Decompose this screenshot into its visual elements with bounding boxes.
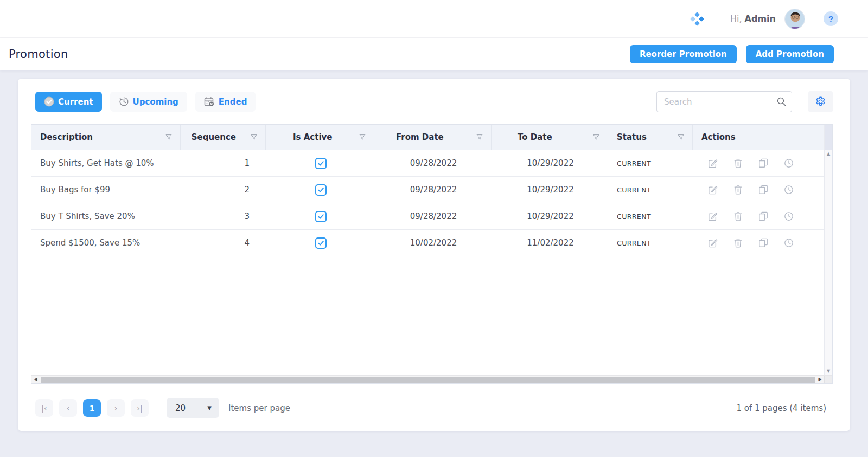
edit-button[interactable] xyxy=(708,185,718,195)
items-per-page-label: Items per page xyxy=(228,403,290,413)
is-active-checkbox[interactable] xyxy=(315,211,327,222)
clock-icon xyxy=(784,185,794,195)
previous-page-button[interactable]: ‹ xyxy=(59,399,77,417)
column-label: Status xyxy=(617,132,647,142)
history-button[interactable] xyxy=(784,211,794,221)
cell-to-date: 10/29/2022 xyxy=(492,203,608,229)
check-circle-icon xyxy=(44,96,54,107)
cell-description: Buy Shirts, Get Hats @ 10% xyxy=(31,150,181,176)
edit-button[interactable] xyxy=(708,238,718,248)
is-active-checkbox[interactable] xyxy=(315,237,327,249)
cell-sequence: 2 xyxy=(181,177,266,203)
last-page-button[interactable]: ›| xyxy=(131,399,149,417)
next-page-button[interactable]: › xyxy=(107,399,125,417)
history-button[interactable] xyxy=(784,158,794,168)
edit-icon xyxy=(708,158,718,168)
column-header-is-active[interactable]: Is Active xyxy=(266,125,374,150)
filter-icon[interactable] xyxy=(592,133,600,141)
is-active-checkbox[interactable] xyxy=(315,184,327,196)
search-box xyxy=(656,91,792,112)
cell-description: Spend $1500, Save 15% xyxy=(31,230,181,256)
horizontal-scrollbar-thumb[interactable] xyxy=(41,377,815,383)
column-header-sequence[interactable]: Sequence xyxy=(181,125,266,150)
content-area: Current Upcoming xyxy=(0,70,868,439)
cell-description: Buy T Shirts, Save 20% xyxy=(31,203,181,229)
search-input[interactable] xyxy=(656,91,792,112)
horizontal-scrollbar[interactable]: ◀ ▶ xyxy=(31,375,832,383)
is-active-checkbox[interactable] xyxy=(315,158,327,169)
delete-button[interactable] xyxy=(733,211,743,221)
chevron-down-icon: ▼ xyxy=(207,405,212,411)
page-number-button[interactable]: 1 xyxy=(83,399,101,417)
help-button[interactable]: ? xyxy=(824,11,838,26)
history-button[interactable] xyxy=(784,185,794,195)
history-button[interactable] xyxy=(784,238,794,248)
trash-icon xyxy=(733,185,743,195)
card-toolbar: Current Upcoming xyxy=(35,91,833,112)
scrollbar-header-cap xyxy=(825,125,832,150)
status-badge: CURRENT xyxy=(608,203,693,229)
reorder-promotion-button[interactable]: Reorder Promotion xyxy=(630,45,737,63)
toolbar-right xyxy=(656,91,833,112)
scroll-left-arrow-icon[interactable]: ◀ xyxy=(31,377,40,382)
scroll-right-arrow-icon[interactable]: ▶ xyxy=(816,377,824,382)
copy-button[interactable] xyxy=(758,238,768,248)
first-page-button[interactable]: |‹ xyxy=(35,399,53,417)
page-summary: 1 of 1 pages (4 items) xyxy=(736,403,826,413)
apps-diamond-icon[interactable] xyxy=(690,12,704,26)
trash-icon xyxy=(733,238,743,248)
filter-icon[interactable] xyxy=(165,133,173,141)
vertical-scrollbar-track[interactable]: ▲ ▼ xyxy=(825,150,832,375)
delete-button[interactable] xyxy=(733,158,743,168)
table-row: Buy Bags for $99 2 09/28/2022 10/29/2022… xyxy=(31,177,824,203)
column-header-status[interactable]: Status xyxy=(608,125,693,150)
avatar[interactable] xyxy=(784,9,805,29)
copy-button[interactable] xyxy=(758,211,768,221)
tab-upcoming[interactable]: Upcoming xyxy=(110,92,187,112)
cell-sequence: 3 xyxy=(181,203,266,229)
copy-button[interactable] xyxy=(758,158,768,168)
tab-current[interactable]: Current xyxy=(35,92,102,112)
search-icon xyxy=(777,97,786,106)
tab-ended-label: Ended xyxy=(219,97,247,107)
filter-icon[interactable] xyxy=(250,133,258,141)
header-actions: Reorder Promotion Add Promotion xyxy=(630,45,834,63)
edit-button[interactable] xyxy=(708,211,718,221)
delete-button[interactable] xyxy=(733,238,743,248)
column-label: From Date xyxy=(396,132,444,142)
edit-icon xyxy=(708,185,718,195)
vertical-scrollbar[interactable]: ▲ ▼ xyxy=(824,125,832,375)
tab-upcoming-label: Upcoming xyxy=(133,97,178,107)
calendar-x-icon xyxy=(204,96,215,107)
check-icon xyxy=(317,160,324,167)
cell-sequence: 1 xyxy=(181,150,266,176)
column-header-to-date[interactable]: To Date xyxy=(492,125,608,150)
column-header-description[interactable]: Description xyxy=(31,125,181,150)
cell-from-date: 09/28/2022 xyxy=(374,203,492,229)
check-icon xyxy=(317,240,324,247)
filter-icon[interactable] xyxy=(476,133,483,141)
column-label: Is Active xyxy=(293,132,333,142)
scroll-down-arrow-icon[interactable]: ▼ xyxy=(827,369,830,374)
status-badge: CURRENT xyxy=(608,230,693,256)
promotions-grid: Description Sequence Is Active From xyxy=(31,124,833,384)
column-header-from-date[interactable]: From Date xyxy=(374,125,492,150)
delete-button[interactable] xyxy=(733,185,743,195)
tab-ended[interactable]: Ended xyxy=(195,92,256,112)
column-label: Sequence xyxy=(192,132,236,142)
add-promotion-button[interactable]: Add Promotion xyxy=(746,45,834,63)
edit-button[interactable] xyxy=(708,158,718,168)
clock-icon xyxy=(784,238,794,248)
page-size-dropdown[interactable]: 20 ▼ xyxy=(167,398,219,418)
column-label: Description xyxy=(40,132,93,142)
copy-button[interactable] xyxy=(758,185,768,195)
settings-button[interactable] xyxy=(808,91,833,112)
page-header: Promotion Reorder Promotion Add Promotio… xyxy=(0,38,868,70)
filter-icon[interactable] xyxy=(677,133,685,141)
copy-icon xyxy=(758,211,768,221)
filter-icon[interactable] xyxy=(359,133,366,141)
grid-empty-area xyxy=(31,256,824,375)
scroll-up-arrow-icon[interactable]: ▲ xyxy=(827,152,830,156)
trash-icon xyxy=(733,211,743,221)
status-badge: CURRENT xyxy=(608,150,693,176)
